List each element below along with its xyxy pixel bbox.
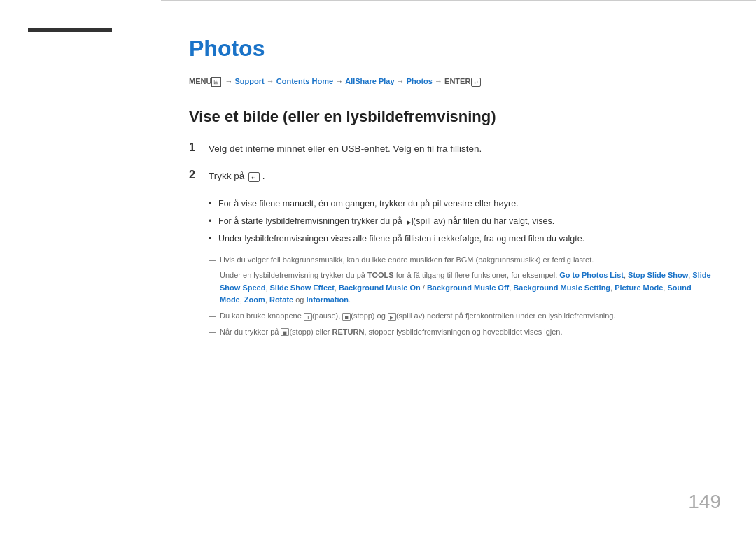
- note-2-information: Information: [307, 295, 349, 304]
- note-2-zoom: Zoom: [244, 295, 265, 304]
- note-2-rotate: Rotate: [270, 295, 293, 304]
- note-2-blue-items: Go to Photos List: [559, 271, 624, 279]
- bullet-3: Under lysbildefremvisningen vises alle f…: [209, 232, 714, 246]
- bullet-3-text: Under lysbildefremvisningen vises alle f…: [218, 234, 584, 244]
- menu-path: MENU⊞ → Support → Contents Home → AllSha…: [189, 76, 714, 88]
- sidebar: [0, 0, 161, 534]
- note-2-stop-slide: Stop Slide Show: [628, 271, 688, 279]
- play-icon: ▶: [405, 218, 413, 225]
- bullet-list: For å vise filene manuelt, én om gangen,…: [209, 197, 714, 247]
- menu-photos: Photos: [407, 77, 433, 85]
- bullet-1: For å vise filene manuelt, én om gangen,…: [209, 197, 714, 211]
- enter-icon: ↵: [471, 78, 481, 87]
- menu-enter: ENTER: [444, 77, 470, 85]
- bullet-2-text: For å starte lysbildefremvisningen trykk…: [218, 216, 405, 226]
- bullet-1-text: For å vise filene manuelt, én om gangen,…: [218, 199, 519, 209]
- pause-icon: ⏸: [304, 313, 312, 321]
- note-3-text-start: Du kan bruke knappene: [220, 311, 304, 320]
- menu-separator5: →: [435, 77, 444, 85]
- note-4-text-end: , stopper lysbildefremvisningen og hoved…: [364, 328, 562, 336]
- step-2-label: Trykk på: [209, 171, 247, 181]
- note-4: Når du trykker på ⏹(stopp) eller RETURN,…: [209, 326, 714, 339]
- bullet-2-text2: (spill av) når filen du har valgt, vises…: [413, 216, 554, 226]
- menu-contents-home: Contents Home: [276, 77, 333, 85]
- note-2-picture-mode: Picture Mode: [615, 283, 663, 292]
- menu-separator: →: [225, 77, 234, 85]
- note-3: Du kan bruke knappene ⏸(pause), ⏹(stopp)…: [209, 310, 714, 323]
- section-title: Vise et bilde (eller en lysbildefremvisn…: [189, 108, 714, 126]
- menu-prefix: MENU: [189, 77, 211, 85]
- note-1-text: Hvis du velger feil bakgrunnsmusikk, kan…: [220, 255, 594, 264]
- play-icon2: ▶: [388, 313, 396, 321]
- note-4-return: RETURN: [332, 328, 365, 336]
- note-4-text-start: Når du trykker på: [220, 328, 281, 336]
- note-2-period: .: [349, 295, 351, 304]
- note-1: Hvis du velger feil bakgrunnsmusikk, kan…: [209, 254, 714, 267]
- step-2-period: .: [262, 171, 265, 181]
- page-title: Photos: [189, 36, 714, 62]
- note-3-play-label: (spill av) nederst på fjernkontrollen un…: [396, 311, 616, 320]
- bullet-2: For å starte lysbildefremvisningen trykk…: [209, 214, 714, 229]
- sidebar-accent-bar: [28, 28, 112, 32]
- note-4-stop-label: (stopp) eller: [289, 328, 332, 336]
- page-container: Photos MENU⊞ → Support → Contents Home →…: [0, 0, 756, 534]
- note-2-bgm-setting: Background Music Setting: [513, 283, 610, 292]
- note-2-og: og: [293, 295, 306, 304]
- step-2: 2 Trykk på ↵ .: [189, 169, 714, 184]
- step-1-text: Velg det interne minnet eller en USB-enh…: [209, 141, 482, 157]
- note-2-text-mid: for å få tilgang til flere funksjoner, f…: [394, 271, 560, 279]
- main-content: Photos MENU⊞ → Support → Contents Home →…: [161, 0, 756, 534]
- menu-separator3: →: [335, 77, 345, 85]
- note-2-tools: TOOLS: [368, 271, 394, 279]
- menu-allshare: AllShare Play: [345, 77, 394, 85]
- menu-support: Support: [235, 77, 265, 85]
- note-2-effect: Slide Show Effect: [270, 283, 335, 292]
- stop-icon2: ⏹: [281, 328, 289, 336]
- note-2-bgm-on: Background Music On: [339, 283, 421, 292]
- menu-icon: ⊞: [211, 77, 221, 87]
- step-1: 1 Velg det interne minnet eller en USB-e…: [189, 141, 714, 157]
- menu-separator2: →: [267, 77, 276, 85]
- enter-icon-step2: ↵: [248, 172, 260, 182]
- note-list: Hvis du velger feil bakgrunnsmusikk, kan…: [209, 254, 714, 339]
- page-number: 149: [688, 491, 721, 513]
- step-2-number: 2: [189, 169, 209, 181]
- menu-separator4: →: [397, 77, 407, 85]
- note-2-text-start: Under en lysbildefremvisning trykker du …: [220, 271, 368, 279]
- step-2-text: Trykk på ↵ .: [209, 169, 265, 184]
- stop-icon: ⏹: [342, 313, 351, 321]
- note-2: Under en lysbildefremvisning trykker du …: [209, 269, 714, 307]
- note-2-bgm-off: Background Music Off: [427, 283, 509, 292]
- note-3-stop-label: (stopp) og: [351, 311, 388, 320]
- note-3-pause-label: (pause),: [312, 311, 342, 320]
- step-1-number: 1: [189, 141, 209, 154]
- note-2-slash: /: [421, 283, 427, 292]
